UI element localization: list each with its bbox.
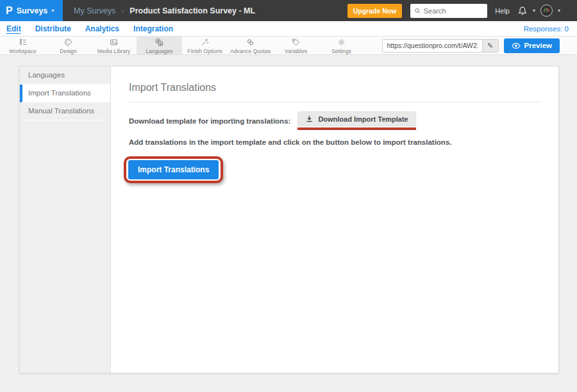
- tab-analytics[interactable]: Analytics: [85, 24, 119, 33]
- upgrade-now-button[interactable]: Upgrade Now: [347, 4, 403, 18]
- toolbar-item-settings[interactable]: Settings: [319, 37, 364, 54]
- notifications-bell-button[interactable]: [517, 6, 528, 16]
- download-template-row: Download template for importing translat…: [129, 111, 541, 130]
- breadcrumb-current-survey-title: Product Satisfaction Survey - ML: [130, 6, 255, 15]
- edit-toolbar: Workspace Design Media Library Languages…: [0, 37, 577, 55]
- tab-edit[interactable]: Edit: [6, 24, 21, 33]
- download-import-template-button[interactable]: Download Import Template: [297, 111, 415, 126]
- toolbar-item-workspace[interactable]: Workspace: [0, 37, 46, 54]
- toolbar-item-media-library[interactable]: Media Library: [91, 37, 137, 54]
- top-bar: P Surveys ▾ My Surveys › Product Satisfa…: [0, 0, 577, 21]
- download-button-label: Download Import Template: [318, 115, 408, 123]
- product-switcher[interactable]: P Surveys ▾: [0, 0, 63, 21]
- sidebar-item-languages[interactable]: Languages: [20, 67, 110, 85]
- download-icon: [305, 115, 314, 123]
- design-icon: [63, 38, 73, 47]
- global-search[interactable]: [410, 4, 487, 18]
- languages-icon: [155, 38, 164, 47]
- instructions-text: Add translations in the import template …: [129, 138, 541, 146]
- sidebar-item-manual-translations[interactable]: Manual Translations: [20, 102, 110, 120]
- toolbar-item-finish-options[interactable]: Finish Options: [182, 37, 228, 54]
- bell-icon: [517, 6, 528, 16]
- variables-icon: [291, 38, 301, 47]
- responses-count[interactable]: Responses: 0: [524, 25, 577, 33]
- help-link[interactable]: Help: [495, 7, 510, 15]
- download-template-label: Download template for importing translat…: [129, 117, 290, 125]
- red-underline-annotation: Download Import Template: [297, 111, 415, 130]
- sidebar-item-import-translations[interactable]: Import Translations: [20, 85, 110, 102]
- search-input[interactable]: [424, 7, 484, 15]
- languages-sidebar: Languages Import Translations Manual Tra…: [20, 67, 111, 373]
- toolbar-right: ✎ Preview: [382, 37, 577, 54]
- breadcrumb-separator-icon: ›: [121, 6, 124, 15]
- section-tabs: Edit Distribute Analytics Integration Re…: [0, 21, 577, 37]
- questionpro-logo-icon: P: [6, 6, 13, 16]
- page-title: Import Translations: [129, 82, 541, 94]
- eye-icon: [512, 42, 521, 49]
- toolbar-item-languages[interactable]: Languages: [137, 37, 182, 54]
- settings-icon: [337, 38, 346, 47]
- top-bar-right: Upgrade Now Help ▾ ▾: [347, 4, 577, 18]
- product-name: Surveys: [17, 6, 48, 15]
- toolbar-item-design[interactable]: Design: [46, 37, 91, 54]
- page-background: Languages Import Translations Manual Tra…: [0, 55, 577, 392]
- workspace-icon: [18, 38, 28, 47]
- gauge-avatar-icon: [542, 6, 551, 15]
- breadcrumb-parent[interactable]: My Surveys: [74, 6, 115, 15]
- account-avatar[interactable]: [540, 4, 553, 17]
- pencil-icon: ✎: [487, 42, 493, 50]
- toolbar-item-advance-quotas[interactable]: Advance Quotas: [228, 37, 273, 54]
- import-translations-button[interactable]: Import Translations: [128, 160, 219, 179]
- import-translations-content: Import Translations Download template fo…: [111, 67, 558, 373]
- languages-panel: Languages Import Translations Manual Tra…: [19, 66, 559, 373]
- notifications-caret-icon[interactable]: ▾: [533, 8, 535, 13]
- edit-url-button[interactable]: ✎: [482, 40, 498, 52]
- search-icon: [414, 7, 421, 15]
- preview-button-label: Preview: [524, 42, 552, 49]
- title-divider: [129, 102, 541, 102]
- survey-url-group: ✎: [382, 39, 499, 53]
- toolbar-item-variables[interactable]: Variables: [273, 37, 319, 54]
- advance-quotas-icon: [246, 38, 255, 47]
- finish-options-icon: [200, 38, 210, 47]
- tab-integration[interactable]: Integration: [133, 24, 173, 33]
- tab-distribute[interactable]: Distribute: [35, 24, 71, 33]
- account-caret-icon[interactable]: ▾: [558, 8, 560, 13]
- preview-button[interactable]: Preview: [504, 38, 560, 53]
- survey-url-input[interactable]: [383, 40, 482, 52]
- chevron-down-icon: ▾: [51, 8, 54, 13]
- red-box-annotation: Import Translations: [124, 156, 223, 183]
- media-library-icon: [109, 38, 119, 47]
